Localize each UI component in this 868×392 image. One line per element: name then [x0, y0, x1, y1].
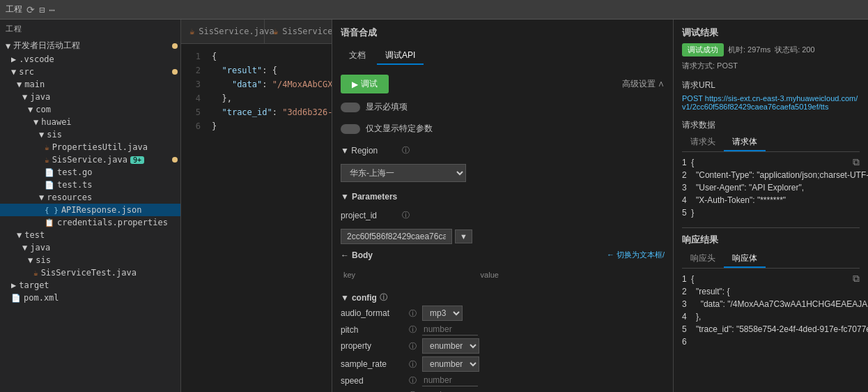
tree-credentials-label: credentials.properties	[57, 218, 168, 227]
line-num: 3	[187, 77, 201, 91]
tab-docs[interactable]: 文档	[341, 47, 374, 65]
collapse-icon[interactable]: ⊟	[39, 4, 45, 15]
line-num: 2	[187, 63, 201, 77]
project-id-dropdown-btn[interactable]: ▼	[455, 229, 472, 243]
line-num: 5	[187, 105, 201, 119]
switch-to-text-btn[interactable]: ← 切换为文本框/	[607, 250, 665, 260]
config-pitch: pitch ⓘ	[341, 324, 665, 336]
file-tree: 工程 ▼ 开发者日活动工程 ▶ .vscode ▼ src ▼ main ▼ j…	[0, 20, 181, 392]
property-label: property	[341, 341, 403, 351]
refresh-icon[interactable]: ⟳	[26, 4, 35, 15]
tab-request-body[interactable]: 请求体	[724, 134, 766, 151]
advanced-settings-toggle[interactable]: 高级设置 ∧	[622, 78, 665, 90]
code-content[interactable]: { "result": { "data": "/4MoxAAbCGXo6UMYA…	[206, 44, 332, 392]
more-icon[interactable]: ⋯	[49, 4, 54, 15]
result-time: 机时: 297ms	[728, 45, 770, 55]
sample-rate-info[interactable]: ⓘ	[409, 359, 417, 370]
sidebar-item-main[interactable]: ▼ main	[0, 78, 180, 91]
body-header: ← Body ← 切换为文本框/	[341, 250, 665, 260]
sidebar-item-sisservicetest[interactable]: ☕ SisServiceTest.java	[0, 266, 180, 279]
property-select[interactable]: enumber	[422, 338, 479, 354]
tab-request-headers[interactable]: 请求头	[682, 134, 724, 151]
sidebar-item-apiresponse[interactable]: { } APIResponse.json	[0, 204, 180, 216]
request-body-code: 1 { 2 "Content-Type": "application/json;…	[682, 156, 860, 219]
chevron-down-icon: ▼	[22, 92, 27, 102]
chevron-down-icon: ▼	[17, 80, 22, 89]
audio-format-info[interactable]: ⓘ	[409, 308, 417, 319]
sample-rate-select[interactable]: enumber	[422, 356, 479, 372]
sidebar-item-test[interactable]: ▼ test	[0, 229, 180, 241]
sidebar-item-sis[interactable]: ▼ sis	[0, 128, 180, 141]
request-data-section: 请求数据 请求头 请求体 ⧉ 1 { 2 "Content-Type": "ap…	[682, 119, 860, 219]
result-method: 请求方式: POST	[682, 61, 738, 71]
toggle-required-label: 显示必填项	[366, 101, 408, 113]
sidebar-item-credentials[interactable]: 📋 credentials.properties	[0, 216, 180, 229]
debug-btn-label: 调试	[361, 78, 378, 90]
region-select[interactable]: 华东-上海一	[341, 164, 466, 182]
tab-response-headers[interactable]: 响应头	[682, 250, 724, 268]
tree-sisservice-dot	[172, 157, 178, 163]
config-section: ▼ config ⓘ audio_format ⓘ mp3 pitch ⓘ	[341, 292, 665, 392]
sidebar-item-sisservice[interactable]: ☕ SisService.java 9+	[0, 153, 180, 166]
sidebar-item-pomxml[interactable]: 📄 pom.xml	[0, 292, 180, 304]
tree-pom-label: pom.xml	[24, 293, 59, 303]
response-body-code: 1 { 2 "result": { 3 "data": "/4MoxAAa7C3…	[682, 273, 860, 348]
audio-format-label: audio_format	[341, 308, 403, 318]
body-col-value: value	[478, 269, 665, 281]
toggle-specific-switch[interactable]	[341, 124, 360, 134]
main-layout: 工程 ▼ 开发者日活动工程 ▶ .vscode ▼ src ▼ main ▼ j…	[0, 20, 868, 392]
config-info-icon[interactable]: ⓘ	[380, 292, 387, 303]
tree-propertiesutil-label: PropertiesUtil.java	[52, 142, 148, 152]
copy-icon[interactable]: ⧉	[853, 156, 860, 168]
sidebar-item-huawei[interactable]: ▼ huawei	[0, 116, 180, 128]
tab-debugapi[interactable]: 调试API	[377, 47, 424, 65]
pitch-input[interactable]	[422, 324, 478, 336]
tree-huawei-label: huawei	[41, 117, 71, 127]
project-id-input-row: ▼	[341, 229, 665, 244]
speed-info[interactable]: ⓘ	[409, 375, 417, 386]
tree-testgo-label: test.go	[57, 167, 93, 177]
volume-input[interactable]	[422, 389, 478, 392]
tab-sisservicetest[interactable]: ☕ SisServiceTest.java	[265, 20, 332, 43]
sidebar-item-testgo[interactable]: 📄 test.go	[0, 166, 180, 179]
sidebar-item-sis2[interactable]: ▼ sis	[0, 254, 180, 266]
sidebar-item-java2[interactable]: ▼ java	[0, 241, 180, 254]
chevron-down-icon: ▼	[28, 105, 33, 114]
sidebar-item-java[interactable]: ▼ java	[0, 91, 180, 103]
sidebar-item-testts[interactable]: 📄 test.ts	[0, 179, 180, 191]
request-tabs: 请求头 请求体	[682, 134, 860, 152]
tree-root[interactable]: ▼ 开发者日活动工程	[0, 38, 180, 53]
property-info[interactable]: ⓘ	[409, 341, 417, 352]
pitch-label: pitch	[341, 325, 403, 335]
run-panel-title: 语音合成	[341, 27, 665, 39]
request-body-container: ⧉ 1 { 2 "Content-Type": "application/jso…	[682, 156, 860, 219]
copy-response-icon[interactable]: ⧉	[853, 273, 860, 285]
pitch-info[interactable]: ⓘ	[409, 324, 417, 335]
sidebar-item-src[interactable]: ▼ src	[0, 66, 180, 78]
java-file-icon: ☕	[33, 269, 38, 278]
sample-rate-label: sample_rate	[341, 359, 403, 369]
project-id-info-icon[interactable]: ⓘ	[402, 210, 410, 220]
chevron-down-icon: ▼	[6, 41, 10, 51]
tree-src-dot	[172, 69, 178, 75]
config-sample-rate: sample_rate ⓘ enumber	[341, 356, 665, 372]
toggle-required-switch[interactable]	[341, 103, 360, 112]
audio-format-select[interactable]: mp3	[422, 306, 463, 321]
project-id-input[interactable]	[341, 229, 452, 244]
sidebar-item-com[interactable]: ▼ com	[0, 103, 180, 116]
tab-response-body[interactable]: 响应体	[724, 250, 766, 268]
play-icon: ▶	[352, 80, 358, 89]
tab-sisservice[interactable]: ☕ SisService.java	[181, 20, 265, 43]
results-content: 调试结果 调试成功 机时: 297ms 状态码: 200 请求方式: POST …	[674, 20, 868, 392]
editor-tabs: ☕ SisService.java ☕ SisServiceTest.java …	[181, 20, 332, 44]
debug-success-badge: 调试成功	[682, 43, 724, 56]
sidebar-item-target[interactable]: ▶ target	[0, 279, 180, 292]
speed-input[interactable]	[422, 375, 478, 386]
tree-root-dot	[172, 43, 178, 49]
region-info-icon[interactable]: ⓘ	[402, 145, 410, 156]
sidebar-item-vscode[interactable]: ▶ .vscode	[0, 53, 180, 66]
request-data-label: 请求数据	[682, 119, 860, 131]
sidebar-item-propertiesutil[interactable]: ☕ PropertiesUtil.java	[0, 141, 180, 153]
debug-button[interactable]: ▶ 调试	[341, 75, 389, 93]
sidebar-item-resources[interactable]: ▼ resources	[0, 191, 180, 204]
